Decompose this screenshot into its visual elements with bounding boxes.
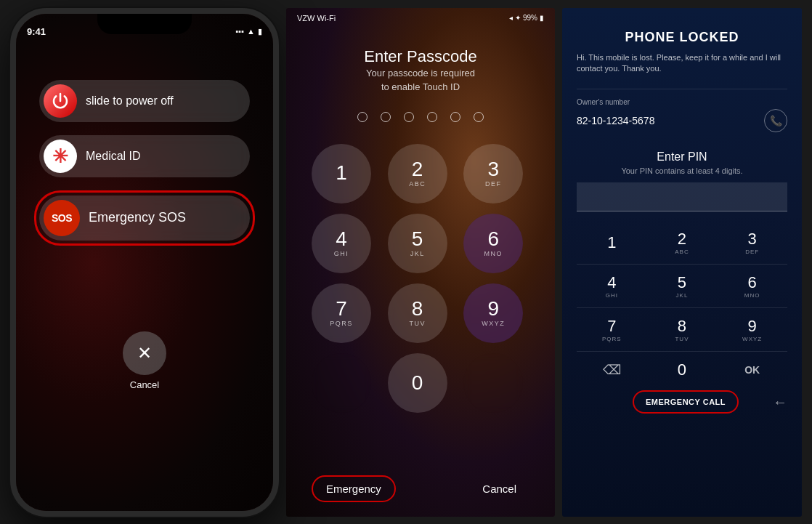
s-key-2[interactable]: 2 ABC (647, 222, 718, 262)
dot-1 (357, 112, 368, 122)
slide-to-power-off-label: slide to power off (86, 94, 174, 108)
key-2-num: 2 (412, 159, 423, 180)
owner-number: 82-10-1234-5678 (577, 115, 654, 126)
owner-number-row: 82-10-1234-5678 📞 (577, 109, 787, 132)
phones-container: 9:41 ▪▪▪ ▲ ▮ slide to power off (0, 0, 812, 524)
dot-5 (450, 112, 460, 122)
medical-id-button[interactable]: ✳ Medical ID (39, 135, 250, 177)
bluetooth-icon: ✦ (515, 14, 521, 22)
key-9[interactable]: 9 WXYZ (463, 283, 523, 343)
p2-status-icons: ◂ ✦ 99% ▮ (509, 14, 544, 22)
asterisk-symbol: ✳ (52, 147, 68, 166)
key-4[interactable]: 4 GHI (312, 214, 371, 273)
s-key-5[interactable]: 5 JKL (647, 266, 718, 306)
power-icon (44, 84, 77, 118)
s-key-4[interactable]: 4 GHI (577, 266, 647, 306)
phone3-samsung-locked: PHONE LOCKED Hi. This mobile is lost. Pl… (562, 8, 802, 517)
emergency-call-button[interactable]: EMERGENCY CALL (633, 390, 739, 414)
s-key-6[interactable]: 6 MNO (717, 266, 787, 306)
key-3-letters: DEF (485, 180, 502, 188)
phone-icon: 📞 (770, 115, 782, 126)
dot-3 (404, 112, 414, 122)
key-0-num: 0 (412, 373, 423, 393)
phone3-screen: PHONE LOCKED Hi. This mobile is lost. Pl… (562, 8, 802, 517)
passcode-title: Enter Passcode (364, 47, 476, 66)
cancel-button[interactable]: ✕ (123, 331, 166, 375)
cancel-label-p2: Cancel (482, 483, 516, 495)
key-7-letters: PQRS (330, 320, 353, 327)
owner-label: Owner's number (577, 98, 787, 106)
enter-pin-section: Enter PIN Your PIN contains at least 4 d… (577, 150, 787, 211)
key-6-letters: MNO (484, 250, 503, 257)
phone2-iphone-passcode: VZW Wi-Fi ◂ ✦ 99% ▮ Enter Passcode Your … (286, 8, 555, 517)
phone-locked-message: Hi. This mobile is lost. Please, keep it… (577, 52, 787, 75)
s-key-1[interactable]: 1 (577, 222, 647, 262)
sos-badge-text: SOS (52, 212, 72, 224)
s-key-ok[interactable]: OK (717, 353, 787, 387)
key-7[interactable]: 7 PQRS (312, 283, 371, 343)
back-icon[interactable]: ← (773, 394, 787, 411)
key-1-num: 1 (336, 163, 347, 183)
s-key-0[interactable]: 0 (647, 353, 718, 387)
key-5-num: 5 (412, 229, 423, 249)
backspace-icon: ⌫ (603, 362, 621, 378)
divider-2 (577, 307, 787, 308)
key-8-letters: TUV (409, 320, 426, 327)
wifi-icon: ▲ (247, 27, 255, 36)
key-7-num: 7 (336, 299, 347, 319)
passcode-subtitle-line2: to enable Touch ID (381, 81, 460, 92)
samsung-bottom-row: EMERGENCY CALL ← (577, 390, 787, 414)
s-key-8[interactable]: 8 TUV (647, 310, 718, 350)
owner-section: Owner's number 82-10-1234-5678 📞 (577, 89, 787, 132)
status-time: 9:41 (27, 26, 46, 37)
s-key-3[interactable]: 3 DEF (717, 222, 787, 262)
key-0[interactable]: 0 (388, 353, 447, 413)
phone2-screen: VZW Wi-Fi ◂ ✦ 99% ▮ Enter Passcode Your … (286, 8, 555, 517)
key-empty-right (463, 353, 523, 413)
cancel-x-icon: ✕ (137, 343, 152, 363)
enter-pin-sub: Your PIN contains at least 4 digits. (621, 166, 742, 175)
sos-container: SOS Emergency SOS (34, 190, 255, 246)
passcode-dots (357, 112, 484, 122)
phone1-status-bar: 9:41 ▪▪▪ ▲ ▮ (16, 23, 273, 41)
ok-label: OK (744, 364, 760, 376)
emergency-sos-button[interactable]: SOS Emergency SOS (39, 196, 250, 241)
medical-id-label: Medical ID (86, 150, 141, 163)
status-icons: ▪▪▪ ▲ ▮ (235, 27, 262, 36)
key-6[interactable]: 6 MNO (463, 214, 523, 273)
key-2-letters: ABC (409, 180, 426, 188)
numpad: 1 2 ABC 3 DEF 4 GHI 5 JKL (312, 144, 529, 413)
phone-locked-title: PHONE LOCKED (625, 30, 739, 45)
emergency-button-p2[interactable]: Emergency (312, 475, 396, 502)
key-2[interactable]: 2 ABC (388, 144, 447, 203)
slide-to-power-off-btn[interactable]: slide to power off (39, 80, 250, 122)
cancel-label: Cancel (130, 379, 159, 390)
signal-icon: ▪▪▪ (235, 27, 244, 36)
key-5[interactable]: 5 JKL (388, 214, 447, 273)
p2-battery-label: 99% (523, 14, 537, 22)
enter-pin-title: Enter PIN (657, 150, 707, 164)
dot-6 (474, 112, 484, 122)
emergency-call-label: EMERGENCY CALL (646, 398, 726, 406)
passcode-subtitle: Your passcode is required to enable Touc… (366, 66, 475, 94)
samsung-numpad: 1 2 ABC 3 DEF 4 GHI 5 JKL (577, 222, 787, 387)
key-5-letters: JKL (410, 250, 425, 257)
key-8[interactable]: 8 TUV (388, 283, 447, 343)
cancel-button-p2[interactable]: Cancel (469, 477, 529, 501)
phone2-status-bar: VZW Wi-Fi ◂ ✦ 99% ▮ (286, 8, 555, 25)
key-9-num: 9 (488, 299, 500, 319)
s-key-backspace[interactable]: ⌫ (577, 353, 647, 387)
call-icon-button[interactable]: 📞 (764, 109, 787, 132)
passcode-subtitle-line1: Your passcode is required (366, 68, 475, 78)
pin-input-field[interactable] (577, 182, 787, 211)
dot-4 (427, 112, 437, 122)
key-3[interactable]: 3 DEF (463, 144, 523, 203)
divider-1 (577, 264, 787, 265)
s-key-9[interactable]: 9 WXYZ (717, 310, 787, 350)
s-key-7[interactable]: 7 PQRS (577, 310, 647, 350)
emergency-label-p2: Emergency (326, 483, 381, 495)
key-3-num: 3 (488, 159, 500, 180)
arrow-left-icon: ◂ (509, 14, 513, 22)
key-1[interactable]: 1 (312, 144, 371, 203)
p2-battery-icon: ▮ (540, 14, 544, 22)
